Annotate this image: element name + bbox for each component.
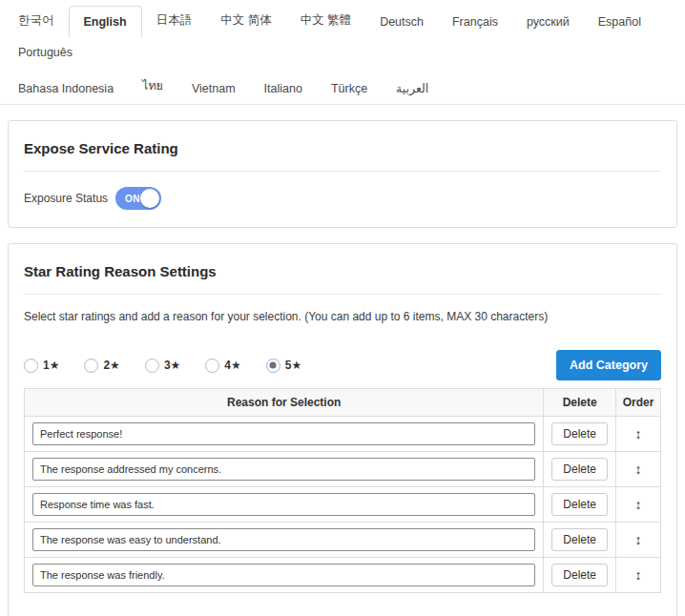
language-tab-row-1: 한국어 English 日本語 中文 简体 中文 繁體 Deutsch Fran… <box>0 4 685 68</box>
radio-option-3-star[interactable]: 3★ <box>145 359 180 373</box>
drag-order-icon[interactable]: ↕ <box>635 462 642 476</box>
tab-french[interactable]: Français <box>438 7 512 37</box>
exposure-status-row: Exposure Status ON <box>24 187 661 210</box>
table-header-row: Reason for Selection Delete Order <box>25 389 661 417</box>
table-row: Delete ↕ <box>25 558 661 593</box>
reason-input-5[interactable] <box>32 564 535 586</box>
delete-button-2[interactable]: Delete <box>551 458 608 481</box>
header-order: Order <box>616 389 661 417</box>
tab-arabic[interactable]: العربية <box>382 72 443 104</box>
tab-vietnam[interactable]: Vietnam <box>177 73 250 104</box>
tab-bahasa-indonesia[interactable]: Bahasa Indonesia <box>4 73 128 104</box>
expose-service-rating-card: Expose Service Rating Exposure Status ON <box>8 120 677 228</box>
divider <box>24 171 661 172</box>
delete-button-4[interactable]: Delete <box>551 528 608 551</box>
radio-icon <box>84 359 98 373</box>
star-rating-radio-group: 1★ 2★ 3★ 4★ 5★ <box>24 359 301 373</box>
drag-order-icon[interactable]: ↕ <box>635 568 642 582</box>
tab-spanish[interactable]: Español <box>584 7 655 37</box>
radio-icon <box>24 359 38 373</box>
reason-card-description: Select star ratings and add a reason for… <box>24 310 661 323</box>
table-row: Delete ↕ <box>25 487 661 523</box>
tab-portuguese[interactable]: Português <box>4 37 87 68</box>
tab-thai[interactable]: ไทย <box>128 68 177 104</box>
reason-input-1[interactable] <box>32 422 535 445</box>
reason-card-title: Star Rating Reason Settings <box>24 263 661 279</box>
tab-italian[interactable]: Italiano <box>250 73 317 104</box>
table-row: Delete ↕ <box>25 523 661 558</box>
tab-russian[interactable]: русский <box>512 7 584 37</box>
reason-input-2[interactable] <box>32 458 535 481</box>
header-delete: Delete <box>544 389 616 417</box>
toggle-on-label: ON <box>125 194 140 204</box>
star-rating-reason-card: Star Rating Reason Settings Select star … <box>8 243 677 616</box>
reason-input-4[interactable] <box>32 528 535 551</box>
delete-button-5[interactable]: Delete <box>551 564 608 586</box>
radio-option-5-star[interactable]: 5★ <box>266 359 301 373</box>
delete-button-1[interactable]: Delete <box>551 422 608 445</box>
reason-table: Reason for Selection Delete Order Delete… <box>24 388 661 593</box>
reason-input-3[interactable] <box>32 493 535 516</box>
radio-icon <box>145 359 159 373</box>
tab-korean[interactable]: 한국어 <box>4 4 69 37</box>
radio-icon-selected <box>266 359 280 373</box>
language-tab-bar: 한국어 English 日本語 中文 简体 中文 繁體 Deutsch Fran… <box>0 0 685 105</box>
radio-option-4-star[interactable]: 4★ <box>205 359 240 373</box>
radio-icon <box>205 359 219 373</box>
delete-button-3[interactable]: Delete <box>551 493 608 516</box>
exposure-status-label: Exposure Status <box>24 192 108 205</box>
tab-turkish[interactable]: Türkçe <box>317 73 382 104</box>
radio-option-2-star[interactable]: 2★ <box>84 359 119 373</box>
table-row: Delete ↕ <box>25 452 661 487</box>
tab-german[interactable]: Deutsch <box>365 7 438 37</box>
drag-order-icon[interactable]: ↕ <box>635 427 642 441</box>
exposure-status-toggle[interactable]: ON <box>115 187 161 210</box>
tab-chinese-simplified[interactable]: 中文 简体 <box>206 4 285 37</box>
toggle-knob-icon <box>140 189 159 208</box>
divider <box>24 294 661 295</box>
header-reason-for-selection: Reason for Selection <box>25 389 544 417</box>
rating-controls-row: 1★ 2★ 3★ 4★ 5★ Add Category <box>24 350 661 380</box>
tab-japanese[interactable]: 日本語 <box>142 4 207 37</box>
tab-english[interactable]: English <box>69 6 142 38</box>
expose-card-title: Expose Service Rating <box>24 140 661 156</box>
drag-order-icon[interactable]: ↕ <box>635 533 642 546</box>
table-row: Delete ↕ <box>25 417 661 452</box>
language-tab-row-2: Bahasa Indonesia ไทย Vietnam Italiano Tü… <box>0 68 685 104</box>
drag-order-icon[interactable]: ↕ <box>635 498 642 511</box>
radio-option-1-star[interactable]: 1★ <box>24 359 59 373</box>
add-category-button[interactable]: Add Category <box>556 350 661 380</box>
tab-chinese-traditional[interactable]: 中文 繁體 <box>286 4 365 37</box>
